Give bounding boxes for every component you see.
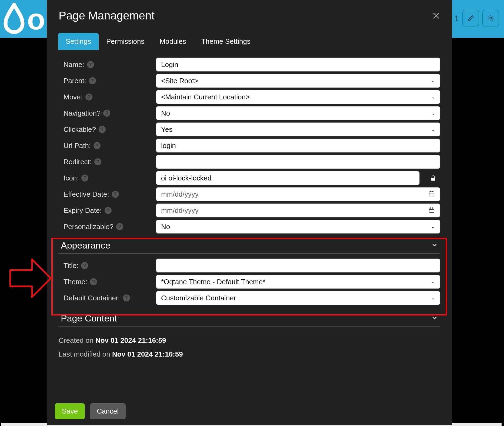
- chevron-down-icon: [431, 240, 438, 251]
- close-button[interactable]: [432, 12, 440, 20]
- help-icon[interactable]: ?: [81, 262, 88, 269]
- move-select[interactable]: <Maintain Current Location>: [156, 90, 440, 104]
- label-redirect: Redirect:: [64, 158, 92, 166]
- icon-input[interactable]: [156, 171, 420, 185]
- page-content-title: Page Content: [61, 313, 117, 324]
- name-input[interactable]: [156, 58, 440, 72]
- personalizable-select[interactable]: No: [156, 220, 440, 234]
- svg-rect-1: [431, 178, 435, 181]
- help-icon[interactable]: ?: [85, 93, 92, 100]
- label-personalizable: Personalizable?: [64, 223, 114, 231]
- help-icon[interactable]: ?: [94, 158, 101, 165]
- tab-permissions[interactable]: Permissions: [99, 33, 152, 50]
- label-theme: Theme:: [64, 278, 87, 286]
- modified-line: Last modified on Nov 01 2024 21:16:59: [59, 350, 440, 358]
- chevron-down-icon: [431, 313, 438, 324]
- effective-date-input[interactable]: [156, 187, 440, 201]
- svg-point-0: [490, 17, 492, 19]
- theme-select[interactable]: *Oqtane Theme - Default Theme*: [156, 275, 440, 289]
- help-icon[interactable]: ?: [89, 77, 96, 84]
- label-name: Name:: [64, 61, 84, 69]
- edit-button[interactable]: [462, 10, 479, 26]
- container-select[interactable]: Customizable Container: [156, 291, 440, 305]
- page-management-modal: Page Management Settings Permissions Mod…: [47, 0, 452, 425]
- help-icon[interactable]: ?: [94, 142, 101, 149]
- help-icon[interactable]: ?: [112, 191, 119, 198]
- label-title: Title:: [64, 261, 78, 270]
- tabs: Settings Permissions Modules Theme Setti…: [47, 33, 452, 53]
- appearance-header[interactable]: Appearance: [59, 237, 440, 254]
- topbar-text-fragment: t: [455, 14, 459, 23]
- lock-icon: [426, 175, 440, 182]
- pencil-icon: [467, 14, 475, 22]
- drop-icon: [3, 3, 25, 35]
- help-icon[interactable]: ?: [90, 278, 97, 285]
- label-navigation: Navigation?: [64, 109, 101, 118]
- help-icon[interactable]: ?: [99, 126, 106, 133]
- page-content-header[interactable]: Page Content: [59, 310, 440, 327]
- label-expiry: Expiry Date:: [64, 206, 102, 215]
- label-clickable: Clickable?: [64, 125, 96, 134]
- meta-info: Created on Nov 01 2024 21:16:59 Last mod…: [59, 327, 440, 358]
- url-path-input[interactable]: [156, 139, 440, 153]
- label-parent: Parent:: [64, 77, 86, 85]
- tab-theme-settings[interactable]: Theme Settings: [194, 33, 258, 50]
- tab-modules[interactable]: Modules: [152, 33, 194, 50]
- redirect-input[interactable]: [156, 155, 440, 169]
- help-icon[interactable]: ?: [105, 207, 112, 214]
- close-icon: [432, 12, 440, 20]
- label-icon: Icon:: [64, 174, 79, 182]
- label-container: Default Container:: [64, 294, 120, 302]
- modal-title: Page Management: [59, 9, 155, 22]
- help-icon[interactable]: ?: [103, 110, 110, 117]
- label-move: Move:: [64, 93, 83, 101]
- help-icon[interactable]: ?: [123, 294, 130, 301]
- clickable-select[interactable]: Yes: [156, 122, 440, 136]
- help-icon[interactable]: ?: [116, 223, 123, 230]
- navigation-select[interactable]: No: [156, 106, 440, 120]
- annotation-arrow-icon: [5, 257, 54, 303]
- created-line: Created on Nov 01 2024 21:16:59: [59, 336, 440, 345]
- parent-select[interactable]: <Site Root>: [156, 74, 440, 88]
- help-icon[interactable]: ?: [87, 61, 94, 68]
- label-url-path: Url Path:: [64, 142, 91, 150]
- appearance-title: Appearance: [61, 240, 110, 251]
- gear-icon: [487, 14, 495, 22]
- save-button[interactable]: Save: [55, 403, 85, 419]
- cancel-button[interactable]: Cancel: [90, 403, 126, 419]
- settings-button[interactable]: [482, 10, 499, 26]
- title-input[interactable]: [156, 259, 440, 273]
- tab-settings[interactable]: Settings: [58, 33, 99, 50]
- expiry-date-input[interactable]: [156, 203, 440, 217]
- label-effective: Effective Date:: [64, 190, 109, 199]
- help-icon[interactable]: ?: [81, 175, 88, 182]
